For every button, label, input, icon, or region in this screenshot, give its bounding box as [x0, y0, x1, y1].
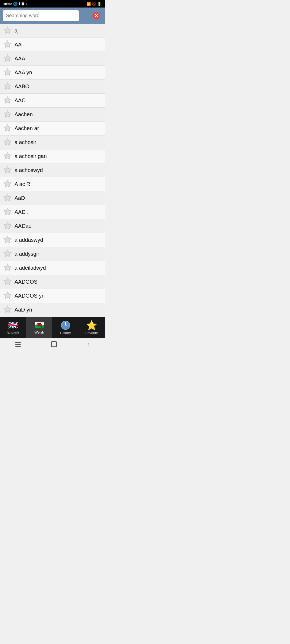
clock-icon — [61, 321, 70, 330]
word-text: AADau — [15, 223, 31, 229]
word-text: AaD yn — [15, 307, 32, 313]
svg-marker-10 — [4, 166, 11, 173]
list-item[interactable]: AA — [0, 38, 105, 52]
list-item[interactable]: a achoswyd — [0, 163, 105, 177]
no-sim-icon: 🚫 — [92, 2, 96, 6]
recent-apps-icon — [15, 342, 21, 347]
svg-marker-19 — [4, 292, 11, 298]
word-text: AAA yn — [15, 69, 32, 76]
nav-welsh-label: Welsh — [34, 330, 44, 334]
favorite-star-icon[interactable] — [3, 221, 15, 231]
word-text: a addaswyd — [15, 237, 43, 243]
home-button[interactable] — [51, 341, 57, 347]
favorite-star-icon[interactable] — [3, 82, 15, 92]
list-item[interactable]: AADGOS — [0, 275, 105, 289]
nav-history-label: History — [60, 331, 71, 335]
system-nav: › — [0, 338, 105, 350]
dot-icon: • — [26, 2, 27, 6]
list-item[interactable]: AAD . — [0, 205, 105, 219]
globe-icon: 🌐 — [13, 2, 17, 6]
favorite-star-icon[interactable] — [3, 166, 15, 175]
svg-marker-11 — [4, 180, 11, 187]
welsh-flag-icon: 🏴󠁧󠁢󠁷󠁬󠁳󠁿 — [34, 321, 44, 329]
nav-english-label: English — [7, 330, 19, 334]
svg-marker-18 — [4, 278, 11, 284]
bottom-nav: 🇬🇧 English 🏴󠁧󠁢󠁷󠁬󠁳󠁿 Welsh History ⭐ Favor… — [0, 317, 105, 338]
list-item[interactable]: AaD — [0, 191, 105, 205]
home-icon — [51, 341, 57, 347]
list-item[interactable]: AAC — [0, 94, 105, 108]
list-item[interactable]: a achosir — [0, 136, 105, 149]
favorite-star-icon[interactable] — [3, 54, 15, 64]
clear-button[interactable]: ✕ — [92, 12, 100, 20]
svg-marker-15 — [4, 236, 11, 243]
list-item[interactable]: AADau — [0, 219, 105, 233]
svg-marker-12 — [4, 194, 11, 201]
word-text: AA — [15, 42, 22, 48]
favorite-star-icon[interactable] — [3, 152, 15, 161]
nav-history[interactable]: History — [52, 317, 79, 338]
favorite-star-icon: ⭐ — [86, 321, 97, 330]
word-text: ą — [15, 28, 17, 34]
favorite-star-icon[interactable] — [3, 26, 15, 36]
list-item[interactable]: A ac R — [0, 177, 105, 191]
svg-marker-2 — [4, 54, 11, 61]
favorite-star-icon[interactable] — [3, 110, 15, 119]
favorite-star-icon[interactable] — [3, 180, 15, 189]
back-icon: › — [88, 341, 89, 348]
list-item[interactable]: Aachen ar — [0, 122, 105, 136]
word-text: A ac R — [15, 181, 30, 187]
favorite-star-icon[interactable] — [3, 235, 15, 245]
list-item[interactable]: AAA — [0, 52, 105, 66]
search-wrapper: ✕ — [3, 10, 102, 21]
battery-icon: 🔋 — [97, 2, 102, 6]
info-icon: ℹ — [19, 2, 20, 6]
svg-marker-20 — [4, 306, 11, 312]
nav-favorite[interactable]: ⭐ Favorite — [79, 317, 105, 338]
nav-english[interactable]: 🇬🇧 English — [0, 317, 26, 338]
list-item[interactable]: AADGOS yn — [0, 289, 105, 303]
back-button[interactable]: › — [88, 341, 89, 348]
svg-marker-1 — [4, 41, 11, 47]
word-text: AaD — [15, 195, 25, 201]
favorite-star-icon[interactable] — [3, 207, 15, 217]
recent-apps-button[interactable] — [15, 342, 21, 347]
svg-marker-0 — [4, 27, 11, 33]
svg-marker-14 — [4, 222, 11, 229]
svg-marker-16 — [4, 250, 11, 257]
clipboard-icon: 📋 — [21, 2, 25, 6]
list-item[interactable]: a addaswyd — [0, 233, 105, 247]
word-text: AAD . — [15, 209, 28, 215]
favorite-star-icon[interactable] — [3, 291, 15, 301]
favorite-star-icon[interactable] — [3, 193, 15, 203]
favorite-star-icon[interactable] — [3, 249, 15, 259]
list-item[interactable]: a adeiladwyd — [0, 261, 105, 275]
word-text: Aachen ar — [15, 125, 39, 131]
list-item[interactable]: AaD yn — [0, 303, 105, 317]
status-left: 10:52 🌐 ℹ 📋 • — [3, 2, 27, 6]
word-text: AAC — [15, 97, 26, 104]
favorite-star-icon[interactable] — [3, 277, 15, 287]
favorite-star-icon[interactable] — [3, 305, 15, 315]
status-time: 10:52 — [3, 2, 12, 6]
nav-favorite-label: Favorite — [85, 331, 98, 335]
english-flag-icon: 🇬🇧 — [8, 321, 18, 329]
list-item[interactable]: AABO — [0, 80, 105, 94]
favorite-star-icon[interactable] — [3, 68, 15, 78]
list-item[interactable]: ą — [0, 24, 105, 38]
svg-marker-7 — [4, 124, 11, 131]
favorite-star-icon[interactable] — [3, 124, 15, 133]
search-input[interactable] — [3, 10, 79, 21]
favorite-star-icon[interactable] — [3, 263, 15, 273]
favorite-star-icon[interactable] — [3, 138, 15, 147]
svg-marker-17 — [4, 264, 11, 270]
status-right: 📶 🚫 🔋 — [86, 2, 102, 6]
list-item[interactable]: AAA yn — [0, 66, 105, 80]
list-item[interactable]: a addysgir — [0, 247, 105, 261]
favorite-star-icon[interactable] — [3, 40, 15, 50]
favorite-star-icon[interactable] — [3, 96, 15, 105]
status-bar: 10:52 🌐 ℹ 📋 • 📶 🚫 🔋 — [0, 0, 105, 8]
list-item[interactable]: Aachen — [0, 108, 105, 122]
nav-welsh[interactable]: 🏴󠁧󠁢󠁷󠁬󠁳󠁿 Welsh — [26, 317, 53, 338]
list-item[interactable]: a achosir gan — [0, 149, 105, 163]
